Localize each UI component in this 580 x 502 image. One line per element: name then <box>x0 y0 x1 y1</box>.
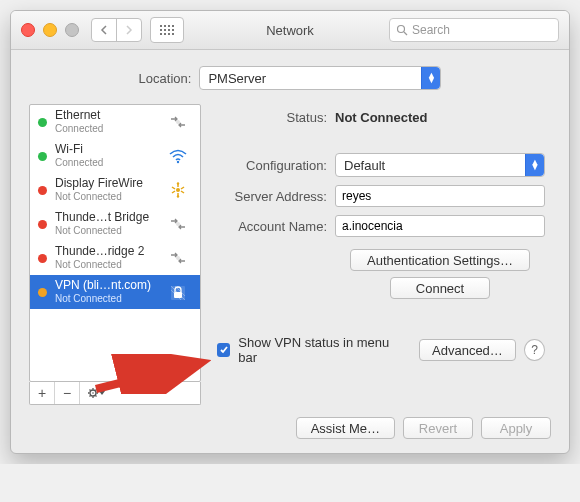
show-status-checkbox[interactable] <box>217 343 230 357</box>
authentication-settings-button[interactable]: Authentication Settings… <box>350 249 530 271</box>
service-sub: Not Connected <box>55 292 156 305</box>
service-row-vpn-bli-nt-com-[interactable]: VPN (bli…nt.com)Not Connected <box>30 275 200 309</box>
arrows-icon <box>164 250 192 266</box>
svg-rect-3 <box>172 25 174 27</box>
firewire-icon <box>164 182 192 198</box>
svg-rect-5 <box>164 29 166 31</box>
service-sub: Connected <box>55 156 156 169</box>
service-name: Display FireWire <box>55 177 156 190</box>
svg-point-33 <box>92 392 94 394</box>
svg-rect-2 <box>168 25 170 27</box>
service-row-thunde-t-bridge[interactable]: Thunde…t BridgeNot Connected <box>30 207 200 241</box>
status-label: Status: <box>217 110 327 125</box>
add-service-button[interactable]: + <box>30 382 55 404</box>
service-name: Thunde…ridge 2 <box>55 245 156 258</box>
svg-line-19 <box>172 187 175 189</box>
grid-icon <box>160 25 174 35</box>
svg-rect-6 <box>168 29 170 31</box>
apply-button[interactable]: Apply <box>481 417 551 439</box>
show-status-label: Show VPN status in menu bar <box>238 335 403 365</box>
svg-line-38 <box>90 390 91 391</box>
service-sub: Connected <box>55 122 156 135</box>
status-dot <box>38 118 47 127</box>
lock-icon <box>164 282 192 302</box>
help-button[interactable]: ? <box>524 339 545 361</box>
minimize-button[interactable] <box>43 23 57 37</box>
nav-back-forward <box>91 18 142 42</box>
svg-line-21 <box>172 191 175 193</box>
back-button[interactable] <box>92 19 117 41</box>
location-label: Location: <box>139 71 192 86</box>
svg-rect-9 <box>164 33 166 35</box>
assist-me-button[interactable]: Assist Me… <box>296 417 395 439</box>
svg-line-20 <box>181 191 184 193</box>
svg-point-14 <box>176 120 180 124</box>
close-button[interactable] <box>21 23 35 37</box>
arrows-icon <box>164 114 192 130</box>
svg-rect-10 <box>168 33 170 35</box>
remove-service-button[interactable]: − <box>55 382 80 404</box>
server-address-label: Server Address: <box>217 189 327 204</box>
zoom-button[interactable] <box>65 23 79 37</box>
service-name: Ethernet <box>55 109 156 122</box>
svg-line-13 <box>404 32 407 35</box>
svg-point-15 <box>177 161 179 163</box>
svg-line-40 <box>90 396 91 397</box>
service-sub: Not Connected <box>55 258 156 271</box>
service-sub: Not Connected <box>55 190 156 203</box>
advanced-button[interactable]: Advanced… <box>419 339 516 361</box>
status-dot <box>38 220 47 229</box>
service-actions-menu[interactable] <box>80 382 114 404</box>
svg-line-39 <box>96 396 97 397</box>
server-address-field[interactable] <box>335 185 545 207</box>
chevron-updown-icon: ▲▼ <box>525 154 544 176</box>
search-icon <box>396 24 408 36</box>
svg-line-41 <box>96 390 97 391</box>
service-name: Thunde…t Bridge <box>55 211 156 224</box>
svg-point-25 <box>176 222 180 226</box>
titlebar: Network Search <box>11 11 569 50</box>
svg-rect-7 <box>172 29 174 31</box>
status-value: Not Connected <box>335 110 427 125</box>
service-row-ethernet[interactable]: EthernetConnected <box>30 105 200 139</box>
service-row-wi-fi[interactable]: Wi-FiConnected <box>30 139 200 173</box>
svg-rect-0 <box>160 25 162 27</box>
gear-icon <box>87 387 107 399</box>
service-sub: Not Connected <box>55 224 156 237</box>
svg-point-12 <box>398 26 405 33</box>
account-name-field[interactable] <box>335 215 545 237</box>
svg-rect-11 <box>172 33 174 35</box>
service-name: VPN (bli…nt.com) <box>55 279 156 292</box>
list-action-bar: + − <box>29 382 201 405</box>
connect-button[interactable]: Connect <box>390 277 490 299</box>
svg-point-16 <box>176 188 180 192</box>
svg-point-23 <box>177 182 179 184</box>
service-name: Wi-Fi <box>55 143 156 156</box>
window-controls <box>21 23 79 37</box>
wifi-icon <box>164 148 192 164</box>
search-field[interactable]: Search <box>389 18 559 42</box>
arrows-icon <box>164 216 192 232</box>
service-row-thunde-ridge-2[interactable]: Thunde…ridge 2Not Connected <box>30 241 200 275</box>
svg-point-26 <box>176 256 180 260</box>
configuration-label: Configuration: <box>217 158 327 173</box>
svg-line-22 <box>181 187 184 189</box>
svg-rect-4 <box>160 29 162 31</box>
revert-button[interactable]: Revert <box>403 417 473 439</box>
account-name-label: Account Name: <box>217 219 327 234</box>
location-popup[interactable]: PMServer ▲▼ <box>199 66 441 90</box>
status-dot <box>38 288 47 297</box>
check-icon <box>219 345 229 355</box>
service-row-display-firewire[interactable]: Display FireWireNot Connected <box>30 173 200 207</box>
svg-point-24 <box>177 195 179 197</box>
forward-button[interactable] <box>117 19 141 41</box>
service-list: EthernetConnectedWi-FiConnectedDisplay F… <box>29 104 201 382</box>
status-dot <box>38 254 47 263</box>
show-all-button[interactable] <box>150 17 184 43</box>
network-prefs-window: Network Search Location: PMServer ▲▼ Eth… <box>10 10 570 454</box>
svg-rect-1 <box>164 25 166 27</box>
chevron-updown-icon: ▲▼ <box>421 67 440 89</box>
configuration-popup[interactable]: Default ▲▼ <box>335 153 545 177</box>
svg-rect-8 <box>160 33 162 35</box>
status-dot <box>38 152 47 161</box>
